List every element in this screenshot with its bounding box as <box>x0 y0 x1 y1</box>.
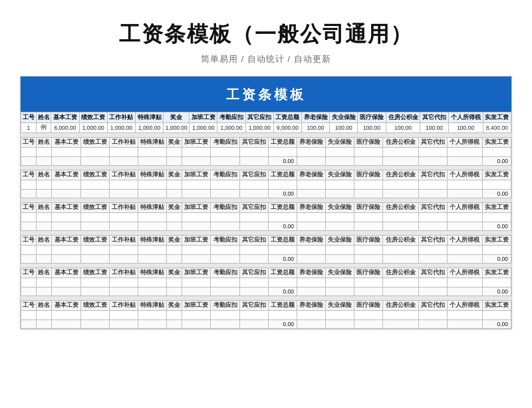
total-cell-2-section-4 <box>52 288 80 296</box>
total-cell-0-section-0 <box>21 157 37 166</box>
col-subsidy: 工作补贴 <box>107 112 135 123</box>
empty-cell-10-section-1 <box>268 180 297 190</box>
label-col-12-section-5: 失业保险 <box>326 301 354 311</box>
total-cell-0-section-3 <box>21 255 37 264</box>
empty-cell-15-section-4 <box>418 278 447 288</box>
label-col-5-section-3: 特殊津贴 <box>138 236 166 246</box>
total-cell-15-section-5 <box>418 320 447 329</box>
total-cell-13-section-5 <box>354 320 383 329</box>
total-cell-12-section-3 <box>326 255 354 264</box>
total-cell-6-section-2 <box>167 222 182 231</box>
total-cell-3-section-2 <box>80 222 109 231</box>
total-cell-17-section-3: 0.00 <box>482 255 511 264</box>
label-col-0-section-5: 工号 <box>21 301 37 311</box>
label-col-2-section-2: 基本工资 <box>52 203 80 213</box>
total-cell-17-section-0: 0.00 <box>482 157 511 166</box>
label-col-5-section-0: 特殊津贴 <box>138 138 166 148</box>
label-col-16-section-2: 个人所得税 <box>447 203 482 213</box>
sample-tax: 100.00 <box>448 123 483 133</box>
sample-pension: 100.00 <box>301 123 329 133</box>
label-col-14-section-0: 住房公积金 <box>383 138 418 148</box>
header-row-1: 工号 姓名 基本工资 绩效工资 工作补贴 特殊津贴 奖金 加班工资 考勤应扣 其… <box>21 112 511 123</box>
empty-cell-15-section-2 <box>418 213 447 222</box>
col-pension: 养老保险 <box>301 112 329 123</box>
label-col-11-section-4: 养老保险 <box>297 268 325 278</box>
label-col-7-section-0: 加班工资 <box>182 138 211 148</box>
total-cell-0-section-4 <box>21 288 37 296</box>
total-cell-17-section-4: 0.00 <box>482 288 511 296</box>
label-col-12-section-3: 失业保险 <box>326 236 354 246</box>
empty-cell-4-section-4 <box>109 278 138 288</box>
label-col-4-section-1: 工作补贴 <box>109 170 138 180</box>
total-cell-11-section-0 <box>297 157 325 166</box>
empty-cell-16-section-4 <box>447 278 482 288</box>
empty-cell-1-section-3 <box>37 246 52 255</box>
empty-cell-6-section-3 <box>167 246 182 255</box>
label-col-3-section-2: 绩效工资 <box>80 203 109 213</box>
doc-container: 工资条模板 工号 姓名 基本工资 绩效工资 工作补贴 特殊津贴 奖金 加班工资 … <box>20 76 512 329</box>
empty-cell-12-section-4 <box>326 278 354 288</box>
label-col-9-section-5: 其它应扣 <box>239 301 268 311</box>
total-cell-12-section-0 <box>326 157 354 166</box>
label-col-8-section-0: 考勤应扣 <box>211 138 239 148</box>
empty-cell-7-section-1 <box>182 180 211 190</box>
label-col-10-section-5: 工资总额 <box>268 301 297 311</box>
empty-cell-16-section-3 <box>447 246 482 255</box>
total-cell-1-section-1 <box>37 190 52 198</box>
empty-table-3: 工号姓名基本工资绩效工资工作补贴特殊津贴奖金加班工资考勤应扣其它应扣工资总额养老… <box>21 235 511 264</box>
total-cell-2-section-1 <box>52 190 80 198</box>
total-cell-13-section-4 <box>354 288 383 296</box>
empty-cell-5-section-4 <box>138 278 166 288</box>
label-col-9-section-0: 其它应扣 <box>239 138 268 148</box>
empty-cell-0-section-2 <box>21 213 37 222</box>
sample-subsidy: 1,000.00 <box>107 123 135 133</box>
total-cell-13-section-3 <box>354 255 383 264</box>
subtitle: 简单易用 / 自动统计 / 自动更新 <box>20 53 512 65</box>
total-cell-11-section-2 <box>297 222 325 231</box>
total-cell-16-section-2 <box>447 222 482 231</box>
label-col-10-section-4: 工资总额 <box>268 268 297 278</box>
total-cell-1-section-3 <box>37 255 52 264</box>
empty-cell-7-section-2 <box>182 213 211 222</box>
empty-cell-8-section-0 <box>211 148 239 157</box>
total-cell-8-section-0 <box>211 157 239 166</box>
total-cell-7-section-1 <box>182 190 211 198</box>
sample-special: 1,000.00 <box>136 123 164 133</box>
label-col-3-section-1: 绩效工资 <box>80 170 109 180</box>
col-name: 姓名 <box>36 112 51 123</box>
empty-cell-2-section-3 <box>52 246 80 255</box>
empty-cell-0-section-4 <box>21 278 37 288</box>
label-col-1-section-0: 姓名 <box>37 138 52 148</box>
label-col-11-section-3: 养老保险 <box>297 236 325 246</box>
sample-other: 1,000.00 <box>245 123 273 133</box>
empty-cell-6-section-5 <box>167 311 182 320</box>
empty-data-row-5 <box>21 311 511 320</box>
label-col-7-section-3: 加班工资 <box>182 236 211 246</box>
empty-cell-11-section-2 <box>297 213 325 222</box>
label-col-0-section-1: 工号 <box>21 170 37 180</box>
col-attend: 考勤应扣 <box>217 112 245 123</box>
label-col-12-section-1: 失业保险 <box>326 170 354 180</box>
label-col-0-section-4: 工号 <box>21 268 37 278</box>
label-col-1-section-1: 姓名 <box>37 170 52 180</box>
empty-cell-14-section-1 <box>383 180 418 190</box>
total-cell-4-section-4 <box>109 288 138 296</box>
payslip-table-1: 工号 姓名 基本工资 绩效工资 工作补贴 特殊津贴 奖金 加班工资 考勤应扣 其… <box>21 112 511 133</box>
label-col-9-section-3: 其它应扣 <box>239 236 268 246</box>
total-cell-17-section-1: 0.00 <box>482 190 511 198</box>
total-cell-8-section-5 <box>211 320 239 329</box>
total-cell-1-section-4 <box>37 288 52 296</box>
empty-cell-4-section-2 <box>109 213 138 222</box>
total-cell-10-section-3: 0.00 <box>268 255 297 264</box>
empty-data-row-1 <box>21 180 511 190</box>
empty-cell-0-section-3 <box>21 246 37 255</box>
empty-data-row-0 <box>21 148 511 157</box>
empty-cell-16-section-1 <box>447 180 482 190</box>
empty-cell-9-section-5 <box>239 311 268 320</box>
total-cell-1-section-5 <box>37 320 52 329</box>
label-col-13-section-0: 医疗保险 <box>354 138 383 148</box>
sample-perf: 1,000.00 <box>79 123 107 133</box>
total-cell-5-section-3 <box>138 255 166 264</box>
empty-cell-8-section-2 <box>211 213 239 222</box>
total-cell-16-section-3 <box>447 255 482 264</box>
